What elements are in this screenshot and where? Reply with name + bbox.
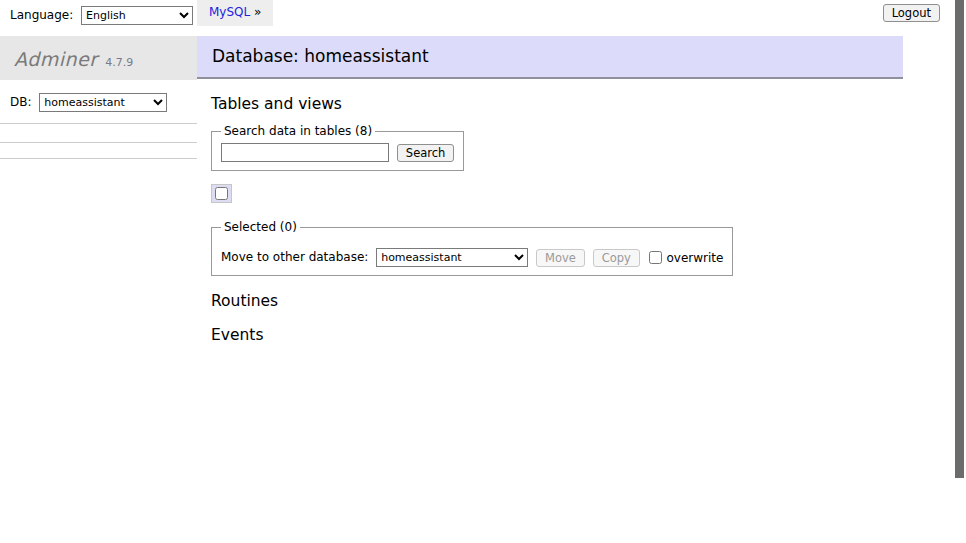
copy-button[interactable]: Copy [593, 249, 640, 267]
breadcrumb: MySQL » [197, 0, 273, 26]
search-legend: Search data in tables (8) [221, 124, 375, 138]
select-all-checkbox[interactable] [215, 187, 228, 200]
search-input[interactable] [221, 143, 389, 162]
vertical-scrollbar[interactable] [955, 0, 964, 543]
sidebar-actions [0, 124, 197, 142]
logout-button[interactable]: Logout [883, 4, 940, 22]
move-database-select[interactable]: homeassistant [376, 248, 528, 267]
tables-list [211, 184, 896, 203]
overwrite-label[interactable]: overwrite [666, 251, 723, 265]
sidebar-table-links [0, 143, 197, 158]
sidebar-divider [0, 158, 197, 159]
selected-fieldset: Selected (0) Move to other database: hom… [211, 220, 733, 276]
overwrite-checkbox[interactable] [649, 251, 662, 264]
search-button[interactable]: Search [397, 144, 455, 162]
move-button[interactable]: Move [536, 249, 585, 267]
tables-heading: Tables and views [211, 95, 966, 113]
move-label: Move to other database: [221, 250, 368, 264]
main-content: MySQL » Logout Database: homeassistant T… [197, 0, 966, 344]
sidebar: Language: English Adminer 4.7.9 DB: home… [0, 0, 197, 159]
page-title: Database: homeassistant [197, 36, 903, 79]
routines-heading: Routines [211, 292, 966, 310]
tables-header-row [212, 185, 896, 203]
link-mysql[interactable]: MySQL [209, 5, 250, 19]
db-select[interactable]: homeassistant [39, 93, 167, 112]
search-fieldset: Search data in tables (8) Search [211, 124, 464, 171]
language-select[interactable]: English [81, 6, 193, 25]
db-label: DB: [10, 95, 32, 109]
adminer-logo: Adminer 4.7.9 [0, 36, 197, 80]
language-label: Language: [10, 8, 73, 22]
breadcrumb-separator: » [250, 5, 261, 19]
events-heading: Events [211, 326, 966, 344]
version-label: 4.7.9 [105, 56, 133, 69]
scrollbar-thumb[interactable] [955, 0, 964, 478]
brand-name: Adminer [14, 48, 98, 70]
selected-legend: Selected (0) [221, 220, 300, 234]
